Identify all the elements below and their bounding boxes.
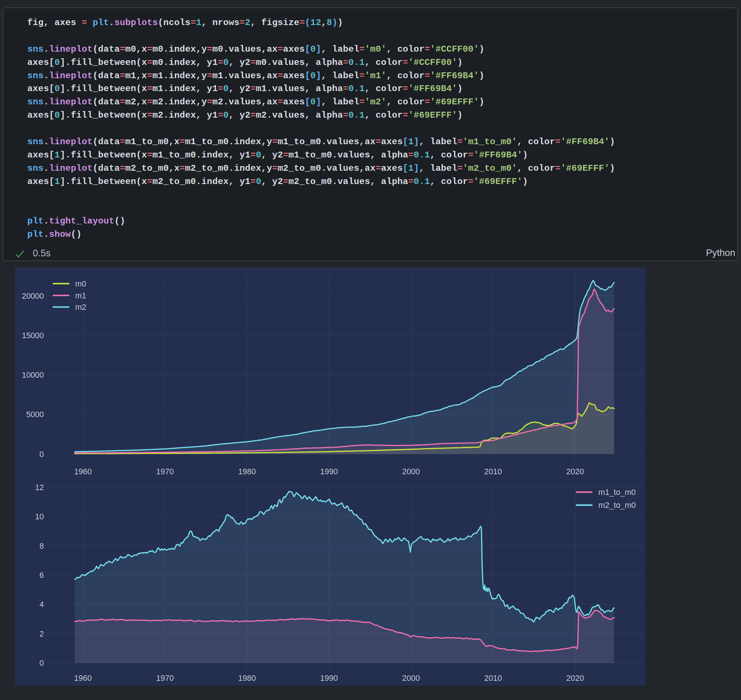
svg-text:2: 2 (40, 629, 44, 638)
svg-text:6: 6 (40, 571, 44, 580)
svg-text:0: 0 (40, 659, 44, 668)
svg-text:1980: 1980 (238, 674, 256, 683)
svg-text:2010: 2010 (484, 467, 502, 476)
svg-text:8: 8 (40, 542, 44, 551)
svg-text:4: 4 (40, 600, 44, 609)
svg-text:1980: 1980 (238, 467, 256, 476)
svg-text:15000: 15000 (22, 331, 44, 340)
svg-text:m2: m2 (75, 303, 86, 312)
svg-text:m1_to_m0: m1_to_m0 (598, 488, 636, 497)
svg-text:2000: 2000 (402, 674, 420, 683)
svg-text:1960: 1960 (74, 467, 92, 476)
svg-text:10: 10 (35, 512, 44, 521)
svg-text:12: 12 (35, 483, 44, 492)
svg-text:m1: m1 (75, 291, 86, 300)
svg-text:1970: 1970 (156, 674, 174, 683)
svg-text:1970: 1970 (156, 467, 174, 476)
svg-text:2000: 2000 (402, 467, 420, 476)
svg-text:m0: m0 (75, 279, 86, 288)
svg-text:5000: 5000 (26, 410, 44, 419)
svg-text:1990: 1990 (320, 674, 338, 683)
svg-text:2020: 2020 (566, 674, 584, 683)
svg-text:1960: 1960 (74, 674, 92, 683)
svg-text:20000: 20000 (22, 292, 44, 301)
svg-text:1990: 1990 (320, 467, 338, 476)
svg-text:2020: 2020 (566, 467, 584, 476)
svg-text:m2_to_m0: m2_to_m0 (598, 501, 636, 510)
svg-text:0: 0 (40, 450, 44, 459)
svg-text:2010: 2010 (484, 674, 502, 683)
svg-text:10000: 10000 (22, 371, 44, 379)
